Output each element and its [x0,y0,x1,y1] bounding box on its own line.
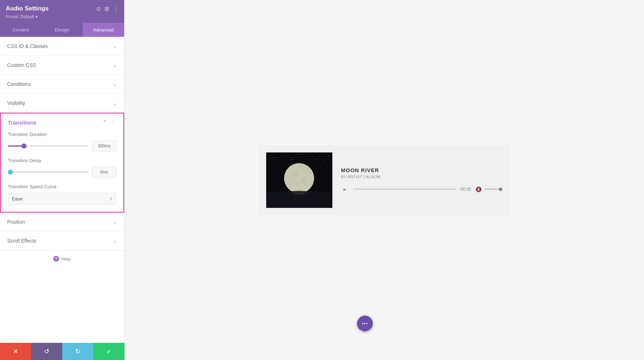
tab-advanced[interactable]: Advanced [83,23,124,37]
transition-delay-slider[interactable] [8,171,88,173]
progress-bar[interactable] [353,189,456,190]
svg-point-6 [323,161,324,162]
svg-point-12 [279,172,279,172]
svg-point-5 [313,156,313,157]
main-content: MOON RIVER BY ARTIST | ALBUM ► 00:00 🔇 [125,0,644,360]
sidebar-item-css-id-classes[interactable]: CSS ID & Classes ⌄ [0,37,124,56]
fab-button[interactable]: ••• [357,316,373,331]
transition-duration-row: 300ms [8,141,116,151]
svg-point-18 [320,166,320,166]
sidebar: Audio Settings ⊙ ⊞ ⋮ Preset: Default ▾ C… [0,0,125,360]
svg-point-16 [330,174,331,174]
transition-duration-label: Transition Duration [8,132,116,137]
sidebar-title: Audio Settings [6,5,49,12]
audio-player-card: MOON RIVER BY ARTIST | ALBUM ► 00:00 🔇 [259,145,509,215]
svg-point-8 [286,165,286,165]
help-label: Help [61,256,71,262]
transitions-header: Transitions ⌃ ⋮ [1,113,123,130]
chevron-down-icon: ⌄ [113,62,117,68]
transition-duration-slider[interactable] [8,145,88,147]
sidebar-header-top: Audio Settings ⊙ ⊞ ⋮ [6,5,118,12]
svg-point-24 [296,183,299,185]
svg-point-2 [282,155,282,155]
help-icon: ? [53,256,59,262]
play-button[interactable]: ► [341,185,349,193]
section-label-position: Position [7,219,25,225]
fab-icon: ••• [362,321,368,326]
transitions-header-icons: ⌃ ⋮ [102,119,116,126]
track-title: MOON RIVER [341,167,502,173]
svg-point-7 [271,166,272,167]
chevron-down-icon: ⌄ [113,81,117,87]
help-link[interactable]: ? Help [0,256,124,262]
transition-delay-label: Transition Delay [8,158,116,163]
sidebar-panel: Audio Settings ⊙ ⊞ ⋮ Preset: Default ▾ C… [0,0,125,343]
undo-button[interactable]: ↺ [31,343,62,360]
svg-point-19 [275,162,275,162]
chevron-down-icon: ⌄ [113,43,117,49]
svg-point-3 [291,159,292,160]
chevron-down-icon: ⌄ [113,238,117,244]
track-subtitle: BY ARTIST | ALBUM [341,175,502,179]
sidebar-item-custom-css[interactable]: Custom CSS ⌄ [0,56,124,75]
chevron-down-icon: ⌄ [113,100,117,106]
transitions-section: Transitions ⌃ ⋮ Transition Duration [0,113,124,213]
time-display: 00:00 [460,187,471,192]
section-label-custom-css: Custom CSS [7,62,36,68]
sidebar-tabs: Content Design Advanced [0,23,124,37]
action-bar: ✕ ↺ ↻ ✓ [0,343,125,360]
collapse-icon[interactable]: ⌃ [102,119,107,126]
more-icon[interactable]: ⋮ [113,5,118,12]
sidebar-header: Audio Settings ⊙ ⊞ ⋮ Preset: Default ▾ [0,0,124,23]
tab-content[interactable]: Content [0,23,42,37]
transition-delay-row: 0ms [8,167,116,177]
svg-point-32 [294,193,304,195]
svg-point-4 [302,154,302,154]
album-art [266,152,332,208]
svg-point-22 [292,172,298,177]
transitions-body: Transition Duration 300ms Transition Del… [1,130,123,212]
redo-button[interactable]: ↻ [62,343,93,360]
svg-point-29 [292,196,306,198]
transition-speed-curve-select[interactable]: Ease Linear Ease In Ease Out Ease In Out [8,193,116,205]
save-button[interactable]: ✓ [93,343,125,360]
svg-point-13 [325,168,325,169]
more-options-icon[interactable]: ⋮ [111,119,116,126]
volume-icon[interactable]: 🔇 [475,186,482,192]
section-label-css-id: CSS ID & Classes [7,43,48,49]
svg-point-15 [269,175,269,176]
section-label-conditions: Conditions [7,81,31,87]
svg-point-10 [316,159,317,159]
section-label-scroll-effects: Scroll Effects [7,238,36,244]
svg-point-30 [294,198,304,200]
section-label-visibility: Visibility [7,100,25,106]
sidebar-item-conditions[interactable]: Conditions ⌄ [0,75,124,94]
transition-duration-input[interactable]: 300ms [92,141,116,151]
sidebar-header-icons: ⊙ ⊞ ⋮ [96,5,118,12]
columns-icon[interactable]: ⊞ [104,5,109,12]
cancel-button[interactable]: ✕ [0,343,31,360]
sidebar-footer: ? Help [0,250,124,267]
chevron-down-icon: ⌄ [113,219,117,225]
sidebar-item-position[interactable]: Position ⌄ [0,213,124,232]
player-controls: ► 00:00 🔇 [341,185,502,193]
target-icon[interactable]: ⊙ [96,5,101,12]
svg-point-21 [284,163,314,193]
player-info: MOON RIVER BY ARTIST | ALBUM ► 00:00 🔇 [341,167,502,193]
transitions-title: Transitions [8,120,36,126]
svg-point-11 [328,156,329,156]
transition-delay-input[interactable]: 0ms [92,167,116,177]
volume-bar[interactable] [484,189,502,190]
preset-label[interactable]: Preset: Default ▾ [6,14,118,19]
svg-point-23 [302,179,306,183]
tab-design[interactable]: Design [42,23,83,37]
svg-point-1 [273,157,274,158]
transition-speed-curve-wrapper: Ease Linear Ease In Ease Out Ease In Out… [8,193,116,205]
transition-speed-curve-label: Transition Speed Curve [8,184,116,189]
sidebar-item-visibility[interactable]: Visibility ⌄ [0,94,124,113]
sidebar-item-scroll-effects[interactable]: Scroll Effects ⌄ [0,232,124,250]
volume-section: 🔇 [475,186,502,192]
sidebar-content: CSS ID & Classes ⌄ Custom CSS ⌄ Conditio… [0,37,124,343]
